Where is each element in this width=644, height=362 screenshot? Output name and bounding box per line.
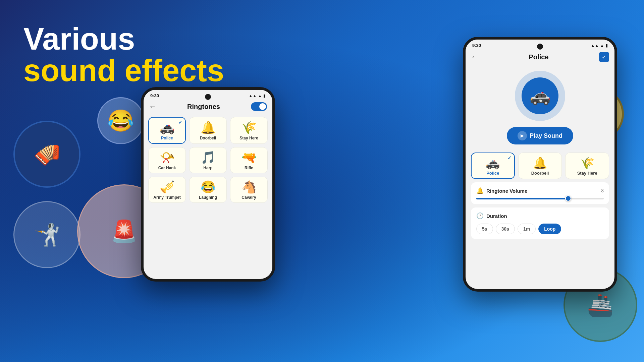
laugh-icon: 😂 [107,108,134,133]
headline: Various sound effects [23,23,224,87]
ringtone-item-harp[interactable]: 🎵 Harp [189,147,227,173]
ringtone-item-armytrumpet[interactable]: 🎺 Army Trumpet [148,177,186,203]
volume-label-group: 🔔 Ringtone Volume [476,187,527,194]
volume-slider-fill [476,198,568,199]
volume-slider-thumb[interactable] [565,195,571,201]
phone1-status-icons: ▲▲ ▲ ▮ [249,94,266,98]
volume-label: Ringtone Volume [486,188,527,194]
phone2-doorbell-icon: 🔔 [533,157,547,169]
duration-section: 🕐 Duration 5s 30s 1m Loop [471,207,609,239]
volume-slider-track[interactable] [476,198,604,199]
phone2-item-police[interactable]: ✓ 🚓 Police [471,153,515,179]
phone1-time: 9:30 [150,93,159,98]
phone2-signal-icon: ▲▲ [591,43,599,48]
volume-section: 🔔 Ringtone Volume 8 [471,182,609,204]
phone1-toggle[interactable] [251,102,267,111]
police-check-icon: ✓ [178,120,182,125]
duration-label: Duration [486,213,507,219]
phone2-stayhere-icon: 🌾 [580,157,594,169]
phone2-wrapper: 9:30 ▲▲ ▲ ▮ ← Police ✓ 🚓 ▶ Play Sound [463,37,617,292]
ringtone-item-stayhere[interactable]: 🌾 Stay Here [230,117,268,144]
harp-label: Harp [203,166,212,170]
phone2-time: 9:30 [472,43,481,48]
headline-line1: Various [23,23,224,54]
deco-cavalry-circle: 🤺 [13,201,80,268]
phone2-item-doorbell[interactable]: 🔔 Doorbell [518,153,562,179]
ringtone-item-laughing[interactable]: 😂 Laughing [189,177,227,203]
police-icon-large: 🚓 [466,71,614,121]
carhank-label: Car Hank [158,166,176,170]
carhank-icon: 📯 [160,152,175,164]
phone2-check-button[interactable]: ✓ [599,52,609,62]
duration-1m-button[interactable]: 1m [518,224,536,234]
harp-icon: 🪗 [34,142,60,167]
phone2-police-label: Police [486,171,499,176]
cavalry-icon: 🤺 [34,222,60,247]
phone2-doorbell-label: Doorbell [531,171,549,176]
phone1-title: Ringtones [187,103,220,111]
toggle-knob [259,103,266,110]
phone2-police-icon: 🚓 [486,157,500,169]
laughing-icon: 😂 [201,181,216,193]
armytrumpet-label: Army Trumpet [153,195,180,200]
phone2-police-check: ✓ [507,155,512,161]
rifle-label: Rifle [245,166,253,170]
phone2-battery-icon: ▮ [605,43,608,48]
duration-buttons: 5s 30s 1m Loop [476,224,604,234]
phone1-back-button[interactable]: ← [149,102,156,111]
volume-header: 🔔 Ringtone Volume 8 [476,187,604,194]
phone2-app-header: ← Police ✓ [466,49,614,65]
phone2: 9:30 ▲▲ ▲ ▮ ← Police ✓ 🚓 ▶ Play Sound [463,37,617,292]
police-inner-circle: 🚓 [522,77,558,114]
deco-laugh-circle: 😂 [97,97,144,144]
duration-5s-button[interactable]: 5s [476,224,493,234]
signal-icon: ▲▲ [249,94,257,98]
duration-header: 🕐 Duration [476,212,604,220]
duration-clock-icon: 🕐 [476,212,484,220]
cavalry-label: Cavalry [241,195,256,200]
phone1: 9:30 ▲▲ ▲ ▮ ← Ringtones ✓ 🚓 Police [141,87,275,282]
wifi-icon: ▲ [258,94,262,98]
phone2-back-button[interactable]: ← [471,53,478,61]
armytrumpet-icon: 🎺 [160,181,175,193]
phone2-status-icons: ▲▲ ▲ ▮ [591,43,608,48]
ringtone-item-rifle[interactable]: 🔫 Rifle [230,147,268,173]
police-large-icon: 🚓 [530,86,550,106]
play-sound-label: Play Sound [530,132,562,139]
phone2-wifi-icon: ▲ [600,43,604,48]
deco-harp-circle: 🪗 [13,121,80,188]
phone1-wrapper: 9:30 ▲▲ ▲ ▮ ← Ringtones ✓ 🚓 Police [141,87,275,282]
doorbell-icon: 🔔 [201,122,216,134]
ringtone-item-police[interactable]: ✓ 🚓 Police [148,117,186,144]
ringtone-item-doorbell[interactable]: 🔔 Doorbell [189,117,227,144]
cavalry-ringtone-icon: 🐴 [241,181,257,193]
stayhere-label: Stay Here [239,136,258,140]
police-outer-circle: 🚓 [515,71,565,121]
phone2-notch [537,44,543,50]
alarm-icon: 🚨 [111,219,138,244]
laughing-label: Laughing [199,195,217,200]
play-sound-button[interactable]: ▶ Play Sound [507,127,573,144]
headline-line2: sound effects [23,54,224,87]
ringtone-item-cavalry[interactable]: 🐴 Cavalry [230,177,268,203]
duration-loop-button[interactable]: Loop [538,224,561,234]
battery-icon: ▮ [263,94,266,98]
rifle-icon: 🔫 [241,152,257,164]
doorbell-label: Doorbell [200,136,216,140]
phone2-title: Police [529,53,549,61]
stayhere-icon: 🌾 [241,122,257,134]
ship-icon: 🚢 [587,293,614,318]
play-icon: ▶ [518,131,527,140]
phone2-bottom-grid: ✓ 🚓 Police 🔔 Doorbell 🌾 Stay Here [466,150,614,182]
phone1-ringtone-grid: ✓ 🚓 Police 🔔 Doorbell 🌾 Stay Here 📯 Car … [144,114,272,205]
phone1-app-header: ← Ringtones [144,100,272,114]
phone2-item-stayhere[interactable]: 🌾 Stay Here [565,153,609,179]
police-label: Police [161,136,173,140]
harp-ringtone-icon: 🎵 [201,152,216,164]
police-icon: 🚓 [160,122,175,134]
volume-value: 8 [601,188,604,193]
ringtone-item-carhank[interactable]: 📯 Car Hank [148,147,186,173]
volume-bell-icon: 🔔 [476,187,484,194]
duration-30s-button[interactable]: 30s [496,224,515,234]
phone2-stayhere-label: Stay Here [577,171,597,176]
